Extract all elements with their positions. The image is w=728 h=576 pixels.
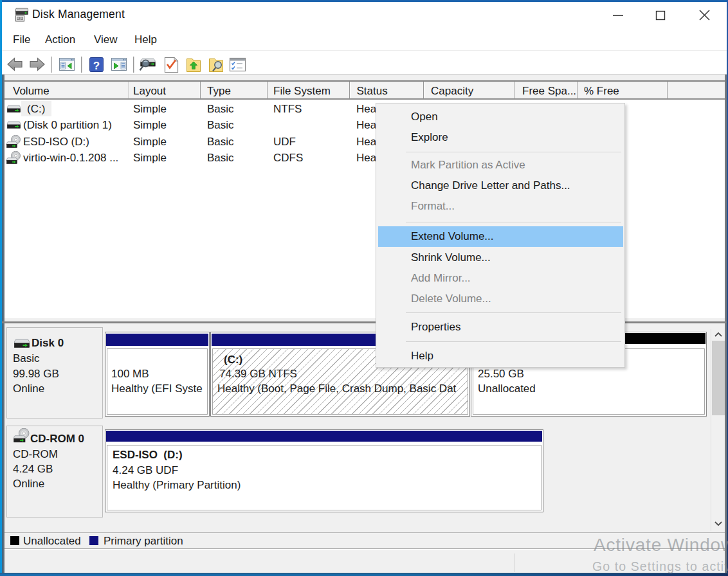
svg-text:?: ?	[93, 60, 100, 72]
